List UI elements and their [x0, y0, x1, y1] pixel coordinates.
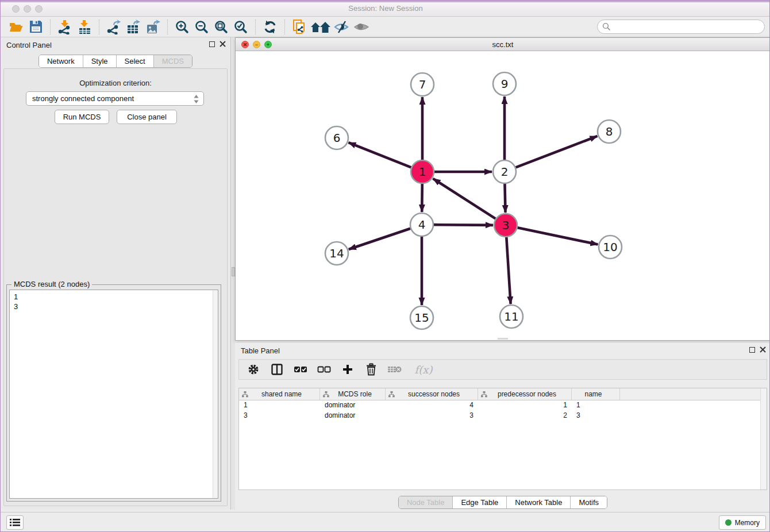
- title-bar[interactable]: Session: New Session: [1, 1, 770, 17]
- delete-row-button[interactable]: [364, 362, 379, 377]
- svg-text:8: 8: [606, 125, 613, 138]
- column-header-name[interactable]: name: [572, 388, 620, 400]
- close-table-panel-icon[interactable]: [760, 346, 766, 353]
- deselect-all-icon: [317, 365, 331, 374]
- table-cell[interactable]: dominator: [320, 411, 386, 421]
- table-row[interactable]: 3dominator323: [239, 411, 767, 421]
- float-panel-icon[interactable]: [209, 41, 215, 47]
- svg-text:2: 2: [501, 165, 509, 179]
- panel-splitter[interactable]: [230, 37, 235, 510]
- column-header-successor-nodes[interactable]: successor nodes: [386, 388, 478, 400]
- tab-node-table[interactable]: Node Table: [399, 496, 453, 508]
- table-cell[interactable]: 2: [478, 411, 572, 421]
- import-table-button[interactable]: [75, 18, 94, 36]
- graph-node-6[interactable]: 6: [325, 126, 348, 149]
- hide-details-button[interactable]: [332, 18, 352, 36]
- home-button[interactable]: [309, 18, 332, 36]
- tab-mcds[interactable]: MCDS: [154, 55, 192, 67]
- table-settings-button[interactable]: [246, 362, 261, 377]
- table-cell[interactable]: 4: [386, 400, 478, 411]
- close-panel-icon[interactable]: [220, 41, 226, 47]
- table-cell[interactable]: 3: [386, 411, 478, 421]
- network-window-titlebar[interactable]: ✕ − + scc.txt: [236, 38, 770, 51]
- export-network-button[interactable]: [104, 18, 124, 36]
- open-session-button[interactable]: [6, 18, 26, 36]
- table-cell[interactable]: 1: [239, 400, 320, 411]
- graph-node-1[interactable]: 1: [411, 160, 434, 183]
- graph-edge-3-11[interactable]: [506, 237, 510, 304]
- column-header-predecessor-nodes[interactable]: predecessor nodes: [478, 388, 572, 400]
- tab-select[interactable]: Select: [117, 55, 154, 67]
- graph-edge-3-1[interactable]: [433, 179, 496, 219]
- search-field[interactable]: [597, 20, 765, 34]
- control-panel-header: Control Panel: [1, 37, 230, 52]
- criterion-dropdown[interactable]: strongly connected component: [26, 91, 204, 106]
- toolbar-separator: [50, 20, 51, 34]
- import-network-button[interactable]: [55, 18, 75, 36]
- graph-edge-2-3[interactable]: [505, 184, 505, 213]
- tab-edge-table[interactable]: Edge Table: [453, 496, 507, 508]
- graph-node-4[interactable]: 4: [410, 213, 433, 236]
- graph-edge-2-8[interactable]: [516, 136, 598, 168]
- delete-table-button[interactable]: [387, 362, 402, 377]
- result-scrollbar[interactable]: [213, 290, 218, 498]
- graph-node-3[interactable]: 3: [494, 214, 517, 237]
- graph-edge-1-4[interactable]: [422, 184, 422, 212]
- network-canvas[interactable]: 7968124314101511: [236, 51, 770, 340]
- export-image-button[interactable]: [143, 18, 163, 36]
- deselect-all-button[interactable]: [317, 362, 332, 377]
- eye-slash-icon: [334, 20, 350, 34]
- export-table-button[interactable]: [124, 18, 143, 36]
- tab-network[interactable]: Network: [39, 55, 83, 67]
- table-row[interactable]: 1dominator411: [239, 400, 767, 411]
- show-details-button[interactable]: [352, 18, 371, 36]
- add-row-button[interactable]: [340, 362, 355, 377]
- float-table-panel-icon[interactable]: [749, 347, 755, 353]
- canvas-resize-grip[interactable]: [498, 338, 508, 340]
- graph-node-8[interactable]: 8: [598, 120, 621, 143]
- save-session-button[interactable]: [26, 18, 45, 36]
- graph-node-2[interactable]: 2: [493, 160, 516, 183]
- search-input[interactable]: [611, 22, 754, 31]
- run-mcds-button[interactable]: Run MCDS: [55, 110, 109, 124]
- function-builder-button[interactable]: f(x): [411, 362, 436, 377]
- graph-edge-4-14[interactable]: [349, 229, 410, 249]
- table-cell[interactable]: 1: [478, 400, 572, 411]
- task-history-button[interactable]: [6, 515, 24, 530]
- graph-node-10[interactable]: 10: [599, 236, 622, 259]
- mcds-result-box[interactable]: 1 3: [9, 290, 218, 499]
- graph-node-15[interactable]: 15: [410, 306, 433, 329]
- graph-node-11[interactable]: 11: [500, 305, 523, 328]
- column-header-MCDS-role[interactable]: MCDS role: [320, 388, 386, 400]
- graph-edge-1-6[interactable]: [348, 142, 411, 167]
- memory-button[interactable]: Memory: [719, 515, 766, 530]
- graph-node-9[interactable]: 9: [493, 72, 516, 95]
- node-table: shared nameMCDS rolesuccessor nodesprede…: [238, 388, 767, 490]
- close-panel-button[interactable]: Close panel: [117, 110, 177, 124]
- clone-network-button[interactable]: [290, 18, 309, 36]
- toolbar-separator: [284, 20, 285, 34]
- zoom-selected-button[interactable]: [231, 18, 251, 36]
- delete-table-icon: [387, 364, 402, 375]
- table-header-row: shared nameMCDS rolesuccessor nodesprede…: [239, 388, 767, 400]
- graph-edge-4-3[interactable]: [434, 225, 493, 225]
- graph-node-7[interactable]: 7: [411, 73, 434, 96]
- table-cell[interactable]: 3: [239, 411, 320, 421]
- graph-edge-3-10[interactable]: [518, 228, 598, 244]
- zoom-in-button[interactable]: [172, 18, 192, 36]
- zoom-fit-button[interactable]: [211, 18, 231, 36]
- tab-motifs[interactable]: Motifs: [571, 496, 607, 508]
- show-columns-button[interactable]: [270, 362, 284, 377]
- refresh-button[interactable]: [260, 18, 280, 36]
- zoom-out-button[interactable]: [192, 18, 211, 36]
- select-all-button[interactable]: [293, 362, 308, 377]
- tab-style[interactable]: Style: [83, 55, 117, 67]
- tab-network-table[interactable]: Network Table: [507, 496, 571, 508]
- table-cell[interactable]: 3: [572, 411, 620, 421]
- table-cell[interactable]: 1: [572, 400, 620, 411]
- column-header-shared-name[interactable]: shared name: [239, 388, 320, 400]
- graph-node-14[interactable]: 14: [325, 242, 348, 265]
- column-label: name: [572, 390, 619, 398]
- table-scrollbar[interactable]: [760, 388, 767, 489]
- table-cell[interactable]: dominator: [320, 400, 386, 411]
